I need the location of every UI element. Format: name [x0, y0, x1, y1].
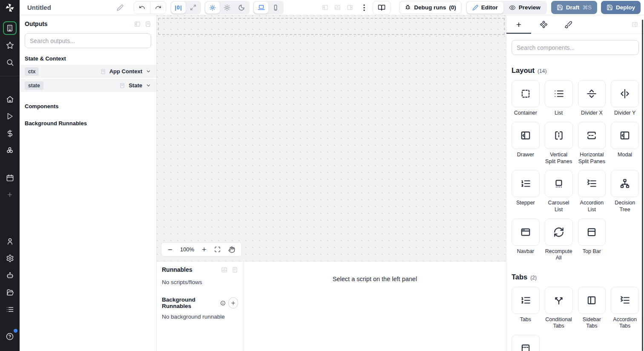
sidebar-item-favorites[interactable] — [3, 38, 17, 52]
chevron-down-icon[interactable] — [146, 69, 151, 74]
app-canvas[interactable]: − 100% + — [157, 15, 506, 261]
script-editor-placeholder: Select a script on the left panel — [244, 262, 506, 351]
component-card-vertical-split[interactable]: Vertical Split Panes — [545, 122, 573, 165]
tab-component-settings[interactable] — [531, 15, 556, 34]
sidebar-item-schedules[interactable] — [3, 171, 17, 184]
component-card-navbar[interactable]: Navbar — [512, 219, 540, 262]
editor-tab[interactable]: Editor — [467, 2, 503, 14]
background-runnables-header: Background Runnables — [20, 120, 156, 127]
component-card-modal[interactable]: Modal — [611, 122, 639, 165]
add-background-runnable-button[interactable] — [228, 297, 238, 308]
carousel-icon — [553, 178, 564, 189]
toggle-right-panel-button[interactable] — [347, 4, 353, 11]
component-card-invisible-tabs[interactable] — [512, 335, 540, 351]
documentation-button[interactable] — [373, 1, 391, 14]
runnables-doc-button[interactable] — [232, 267, 238, 273]
sidebar-item-add[interactable] — [3, 188, 17, 201]
fit-view-button[interactable] — [214, 246, 221, 253]
right-panel-scrollbar[interactable] — [642, 20, 643, 351]
sidebar-nav — [0, 15, 20, 351]
mobile-view-button[interactable] — [268, 2, 283, 14]
component-card-divider-y[interactable]: Divider Y — [611, 80, 639, 117]
theme-light-button[interactable] — [220, 2, 234, 14]
component-card-tabs[interactable]: Tabs — [512, 287, 540, 330]
preview-tab[interactable]: Preview — [503, 2, 546, 14]
state-context-header: State & Context — [20, 55, 156, 62]
pan-tool-button[interactable] — [228, 246, 235, 253]
components-search-input[interactable] — [512, 40, 639, 55]
more-options-button[interactable] — [363, 4, 365, 11]
sidebar-item-logs[interactable] — [3, 302, 17, 316]
theme-dark-button[interactable] — [234, 2, 249, 14]
folder-open-icon — [6, 288, 14, 296]
outputs-doc-button[interactable] — [145, 21, 151, 27]
component-card-sidebar-tabs[interactable]: Sidebar Tabs — [578, 287, 606, 330]
sidebar-item-variables[interactable] — [3, 127, 17, 140]
sidebar-item-runs[interactable] — [3, 109, 17, 123]
sidebar-item-settings[interactable] — [3, 251, 17, 265]
expand-canvas-button[interactable] — [186, 2, 200, 14]
undo-icon — [139, 4, 145, 11]
component-card-accordion-tabs[interactable]: Accordion Tabs — [611, 287, 639, 330]
sidebar-item-user[interactable] — [3, 234, 17, 248]
toggle-bottom-panel-button[interactable] — [334, 4, 341, 11]
ctx-type-label: App Context — [109, 68, 142, 75]
save-draft-button[interactable]: Draft ⌘S — [551, 1, 597, 14]
tabs-icon — [520, 295, 531, 306]
desktop-view-button[interactable] — [254, 2, 268, 14]
output-row-ctx[interactable]: ctx App Context — [20, 65, 156, 79]
component-card-container[interactable]: Container — [512, 80, 540, 117]
preview-label: Preview — [519, 4, 540, 11]
collapse-runnables-button[interactable] — [221, 267, 227, 273]
collapse-outputs-button[interactable] — [134, 21, 141, 27]
frame-corners-icon — [214, 246, 221, 253]
zoom-in-button[interactable]: + — [202, 246, 207, 253]
zoom-out-button[interactable]: − — [168, 246, 172, 253]
theme-auto-button[interactable] — [205, 2, 220, 14]
vertical-split-icon — [553, 130, 564, 141]
debug-runs-button[interactable]: Debug runs (0) — [399, 1, 462, 14]
component-card-conditional-tabs[interactable]: Conditional Tabs — [545, 287, 573, 330]
sidebar-item-home[interactable] — [3, 92, 17, 106]
background-runnables-title: Background Runnables — [162, 296, 217, 309]
component-card-decision-tree[interactable]: Decision Tree — [611, 170, 639, 213]
panel-bottom-close-icon — [221, 267, 227, 273]
component-card-drawer[interactable]: Drawer — [512, 122, 540, 165]
chevron-down-icon[interactable] — [146, 83, 151, 88]
smartphone-icon — [272, 4, 279, 11]
component-card-divider-x[interactable]: Divider X — [578, 80, 606, 117]
collapse-right-panel-button[interactable] — [632, 21, 638, 28]
component-card-list[interactable]: List — [545, 80, 573, 117]
rename-app-button[interactable] — [117, 4, 124, 11]
component-card-recompute-all[interactable]: Recompute All — [545, 219, 573, 262]
sidebar-item-resources[interactable] — [3, 144, 17, 157]
toggle-left-panel-button[interactable] — [322, 4, 328, 11]
sidebar-item-workers[interactable] — [3, 268, 17, 282]
decision-tree-icon — [619, 178, 630, 189]
redo-button[interactable] — [150, 2, 166, 14]
sidebar-item-search[interactable] — [3, 55, 17, 69]
sidebar-item-apps[interactable] — [3, 21, 17, 35]
sidebar-item-help[interactable] — [3, 330, 17, 343]
redo-icon — [155, 4, 161, 11]
deploy-button[interactable]: Deploy — [601, 1, 641, 14]
tab-styling[interactable] — [556, 15, 581, 34]
outputs-search-input[interactable] — [25, 33, 151, 48]
canvas-drop-zone[interactable] — [158, 18, 505, 35]
output-row-state[interactable]: state State — [20, 79, 156, 93]
container-icon — [520, 88, 531, 99]
book-open-icon — [378, 4, 385, 12]
undo-button[interactable] — [134, 2, 150, 14]
sidebar-item-folders[interactable] — [3, 285, 17, 299]
component-card-top-bar[interactable]: Top Bar — [578, 219, 606, 262]
modal-icon — [619, 130, 630, 141]
component-card-stepper[interactable]: Stepper — [512, 170, 540, 213]
windmill-logo[interactable] — [0, 0, 20, 15]
ctx-badge: ctx — [25, 67, 39, 76]
zoom-reset-button[interactable]: |0| — [171, 2, 186, 14]
component-card-carousel-list[interactable]: Carousel List — [545, 170, 573, 213]
brush-icon — [564, 20, 572, 29]
component-card-horizontal-split[interactable]: Horizontal Split Panes — [578, 122, 606, 165]
component-card-accordion-list[interactable]: Accordion List — [578, 170, 606, 213]
tab-insert-component[interactable]: + — [506, 15, 531, 34]
